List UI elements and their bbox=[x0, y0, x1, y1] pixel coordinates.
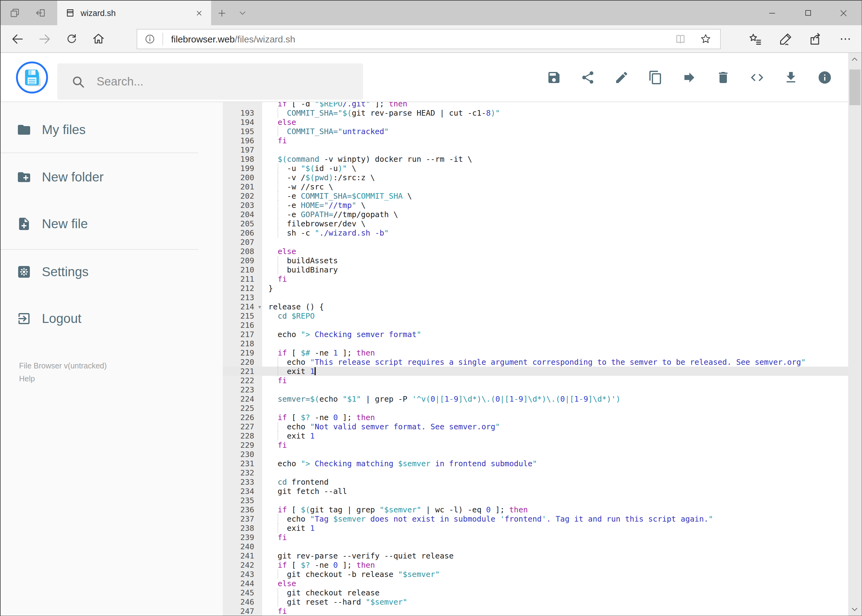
code-line[interactable]: 202 -e COMMIT_SHA=$COMMIT_SHA \ bbox=[223, 191, 848, 201]
code-text[interactable]: if [ $# -ne 1 ]; then bbox=[262, 348, 848, 357]
code-line[interactable]: 232 bbox=[223, 468, 848, 477]
sidebar-item-new-file[interactable]: New file bbox=[1, 210, 223, 238]
code-text[interactable]: fi bbox=[262, 533, 848, 542]
code-text[interactable]: fi bbox=[262, 376, 848, 385]
code-text[interactable]: else bbox=[262, 247, 848, 256]
code-line[interactable]: 239 fi bbox=[223, 533, 848, 542]
code-line[interactable]: 212} bbox=[223, 284, 848, 293]
scroll-down-icon[interactable] bbox=[848, 604, 861, 614]
code-line[interactable]: 207 bbox=[223, 237, 848, 247]
code-text[interactable]: fi bbox=[262, 440, 848, 449]
url-text[interactable]: filebrowser.web/files/wizard.sh bbox=[171, 34, 674, 44]
code-text[interactable]: -v /$(pwd):/src:z \ bbox=[262, 173, 848, 182]
active-tab[interactable]: wizard.sh bbox=[57, 1, 211, 25]
code-line[interactable]: 223 bbox=[223, 385, 848, 394]
code-line[interactable]: 213 bbox=[223, 293, 848, 302]
code-text[interactable] bbox=[262, 145, 848, 154]
sidebar-item-logout[interactable]: Logout bbox=[1, 305, 223, 333]
share-page-icon[interactable] bbox=[808, 32, 823, 46]
code-text[interactable]: fi bbox=[262, 274, 848, 284]
code-line[interactable]: 221 exit 1 bbox=[223, 366, 848, 376]
copy-button[interactable] bbox=[648, 70, 663, 85]
code-text[interactable]: if [ $? -ne 0 ]; then bbox=[262, 560, 848, 570]
tab-list-chevron-icon[interactable] bbox=[232, 1, 253, 25]
code-text[interactable] bbox=[262, 237, 848, 247]
code-line[interactable]: 206 sh -c "./wizard.sh -b" bbox=[223, 228, 848, 237]
code-line[interactable]: 199 -u "$(id -u)" \ bbox=[223, 163, 848, 173]
code-line[interactable]: 198 $(command -v winpty) docker run --rm… bbox=[223, 154, 848, 163]
code-text[interactable]: git fetch --all bbox=[262, 487, 848, 496]
sidebar-item-settings[interactable]: Settings bbox=[1, 258, 223, 286]
code-line[interactable]: 222 fi bbox=[223, 376, 848, 385]
code-line[interactable]: 215 cd $REPO bbox=[223, 311, 848, 321]
code-line[interactable]: 243 git checkout -b release "$semver" bbox=[223, 570, 848, 579]
code-line[interactable]: 194 else bbox=[223, 118, 848, 127]
share-button[interactable] bbox=[580, 70, 595, 85]
code-line[interactable]: 229 fi bbox=[223, 440, 848, 449]
code-line[interactable]: 220 echo "This release script requires a… bbox=[223, 357, 848, 366]
filebrowser-logo[interactable] bbox=[16, 61, 48, 93]
code-text[interactable]: if [ $(git tag | grep "$semver" | wc -l)… bbox=[262, 505, 848, 514]
move-button[interactable] bbox=[682, 70, 697, 85]
code-line[interactable]: 227 echo "Not valid semver format. See s… bbox=[223, 422, 848, 431]
code-line[interactable]: 201 -w //src \ bbox=[223, 182, 848, 191]
code-line[interactable]: 242 if [ $? -ne 0 ]; then bbox=[223, 560, 848, 570]
help-link[interactable]: Help bbox=[19, 373, 223, 386]
code-text[interactable] bbox=[262, 468, 848, 477]
code-line[interactable]: 235 bbox=[223, 496, 848, 505]
code-text[interactable]: -u "$(id -u)" \ bbox=[262, 163, 848, 173]
save-button[interactable] bbox=[547, 70, 561, 85]
code-text[interactable]: buildBinary bbox=[262, 265, 848, 274]
search-input[interactable] bbox=[97, 75, 331, 88]
code-line[interactable]: 219 if [ $# -ne 1 ]; then bbox=[223, 348, 848, 357]
code-text[interactable]: release () { bbox=[262, 302, 848, 311]
code-line[interactable]: 217 echo "> Checking semver format" bbox=[223, 330, 848, 339]
code-text[interactable]: $(command -v winpty) docker run --rm -it… bbox=[262, 154, 848, 163]
code-text[interactable]: if [ -d "$REPO/.git" ]; then bbox=[262, 102, 848, 108]
code-text[interactable]: filebrowser/dev \ bbox=[262, 219, 848, 228]
code-line[interactable]: 214▾release () { bbox=[223, 302, 848, 311]
info-button[interactable] bbox=[817, 70, 832, 85]
code-text[interactable]: echo "> Checking semver format" bbox=[262, 330, 848, 339]
code-text[interactable]: exit 1 bbox=[262, 366, 848, 376]
maximize-button[interactable] bbox=[790, 1, 826, 25]
info-circle-icon[interactable] bbox=[137, 33, 163, 46]
delete-button[interactable] bbox=[716, 70, 731, 85]
download-button[interactable] bbox=[783, 70, 798, 85]
sidebar-item-new-folder[interactable]: New folder bbox=[1, 163, 223, 191]
code-text[interactable]: git rev-parse --verify --quiet release bbox=[262, 551, 848, 560]
code-text[interactable] bbox=[262, 321, 848, 330]
code-text[interactable]: echo "This release script requires a sin… bbox=[262, 357, 848, 366]
code-editor[interactable]: if [ -d "$REPO/.git" ]; then193 COMMIT_S… bbox=[223, 102, 848, 615]
code-text[interactable] bbox=[262, 404, 848, 413]
code-line[interactable]: 204 -e GOPATH=//tmp/gopath \ bbox=[223, 210, 848, 219]
edit-button[interactable] bbox=[614, 70, 629, 85]
code-text[interactable]: git reset --hard "$semver" bbox=[262, 597, 848, 607]
minimize-button[interactable] bbox=[754, 1, 790, 25]
code-line[interactable]: 205 filebrowser/dev \ bbox=[223, 219, 848, 228]
code-line[interactable]: 247 fi bbox=[223, 607, 848, 615]
code-line[interactable]: 193 COMMIT_SHA="$(git rev-parse HEAD | c… bbox=[223, 108, 848, 118]
code-text[interactable]: COMMIT_SHA="untracked" bbox=[262, 127, 848, 136]
code-text[interactable]: echo "> Checking matching $semver in fro… bbox=[262, 459, 848, 468]
code-line[interactable]: 245 git checkout release bbox=[223, 588, 848, 597]
close-button[interactable] bbox=[826, 1, 861, 25]
code-line[interactable]: 230 bbox=[223, 449, 848, 459]
code-text[interactable]: echo "Tag $semver does not exist in subm… bbox=[262, 514, 848, 523]
code-line[interactable]: 233 cd frontend bbox=[223, 477, 848, 487]
hub-favorites-icon[interactable] bbox=[747, 32, 762, 46]
code-line[interactable]: 244 else bbox=[223, 579, 848, 588]
address-field[interactable]: filebrowser.web/files/wizard.sh bbox=[137, 29, 721, 49]
code-text[interactable]: git checkout -b release "$semver" bbox=[262, 570, 848, 579]
scrollbar-thumb[interactable] bbox=[849, 69, 860, 105]
favorite-star-icon[interactable] bbox=[700, 33, 712, 45]
code-text[interactable]: -e COMMIT_SHA=$COMMIT_SHA \ bbox=[262, 191, 848, 201]
code-text[interactable]: fi bbox=[262, 607, 848, 615]
code-button[interactable] bbox=[750, 70, 764, 85]
code-line[interactable]: 209 buildAssets bbox=[223, 256, 848, 265]
code-line[interactable]: 246 git reset --hard "$semver" bbox=[223, 597, 848, 607]
code-line[interactable]: 197 bbox=[223, 145, 848, 154]
sidebar-item-my-files[interactable]: My files bbox=[1, 116, 223, 144]
code-text[interactable] bbox=[262, 542, 848, 551]
ink-pen-icon[interactable] bbox=[778, 32, 793, 46]
